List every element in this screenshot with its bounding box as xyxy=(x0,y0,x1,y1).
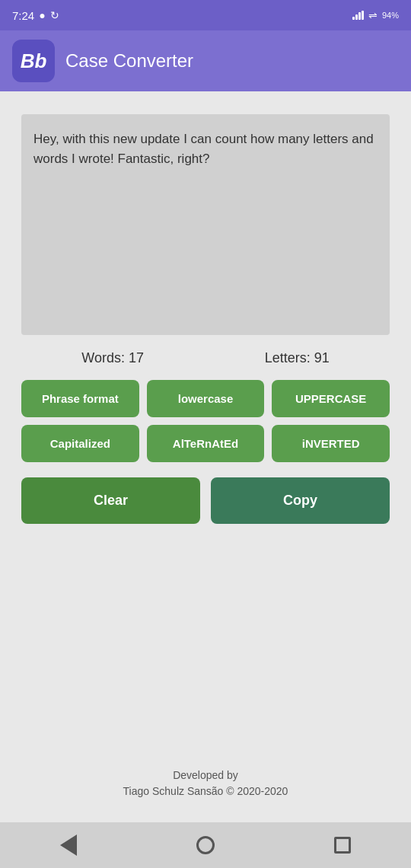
app-logo: Bb xyxy=(12,40,55,82)
signal-bars-icon xyxy=(352,11,364,20)
clear-button[interactable]: Clear xyxy=(21,477,200,524)
inverted-button[interactable]: iNVERTED xyxy=(272,425,390,462)
main-content: Hey, with this new update I can count ho… xyxy=(0,91,411,822)
app-title: Case Converter xyxy=(65,50,193,72)
battery-icon: 94% xyxy=(382,11,399,20)
letters-stat: Letters: 91 xyxy=(265,350,330,366)
sync-icon: ↻ xyxy=(50,9,59,21)
copy-button[interactable]: Copy xyxy=(211,477,390,524)
action-buttons: Clear Copy xyxy=(21,477,390,524)
status-bar-right: ⇌ 94% xyxy=(352,9,399,21)
back-nav-button[interactable] xyxy=(58,834,79,856)
footer-developed-by: Developed by xyxy=(21,767,390,783)
footer: Developed by Tiago Schulz Sansão © 2020-… xyxy=(21,752,390,807)
lowercase-button[interactable]: lowercase xyxy=(147,380,265,417)
status-bar-left: 7:24 ● ↻ xyxy=(12,9,59,22)
stats-row: Words: 17 Letters: 91 xyxy=(21,350,390,366)
app-bar: Bb Case Converter xyxy=(0,30,411,91)
nav-bar xyxy=(0,822,411,868)
phrase-format-button[interactable]: Phrase format xyxy=(21,380,139,417)
wifi-icon: ⇌ xyxy=(368,9,378,21)
uppercase-button[interactable]: UPPERCASE xyxy=(272,380,390,417)
notification-icon: ● xyxy=(39,9,45,21)
footer-author: Tiago Schulz Sansão © 2020-2020 xyxy=(21,783,390,799)
format-buttons-grid: Phrase format lowercase UPPERCASE Capita… xyxy=(21,380,390,462)
alternated-button[interactable]: AlTeRnAtEd xyxy=(147,425,265,462)
recents-nav-button[interactable] xyxy=(332,834,353,856)
text-area-container[interactable]: Hey, with this new update I can count ho… xyxy=(21,114,390,335)
capitalized-button[interactable]: Capitalized xyxy=(21,425,139,462)
words-stat: Words: 17 xyxy=(81,350,144,366)
status-time: 7:24 xyxy=(12,9,34,22)
text-area-content[interactable]: Hey, with this new update I can count ho… xyxy=(33,129,378,168)
home-nav-button[interactable] xyxy=(195,834,216,856)
status-bar: 7:24 ● ↻ ⇌ 94% xyxy=(0,0,411,30)
